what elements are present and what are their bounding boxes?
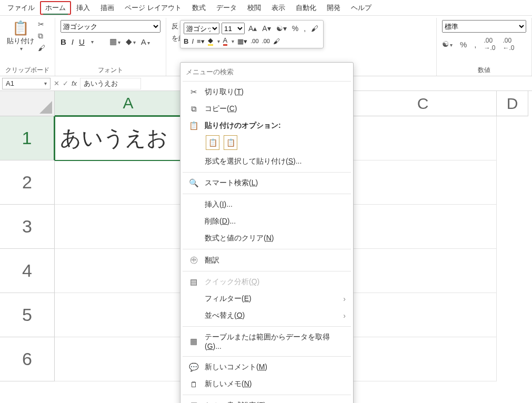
- context-menu-search[interactable]: [186, 68, 348, 76]
- cell-c3[interactable]: [349, 205, 497, 249]
- mini-fill-color[interactable]: ◆: [208, 36, 213, 46]
- select-all-corner[interactable]: [0, 91, 55, 116]
- column-header-c[interactable]: C: [349, 91, 497, 116]
- ctx-translate[interactable]: ㊥翻訳: [180, 251, 353, 269]
- ctx-new-comment[interactable]: 💬新しいコメント(M): [180, 359, 353, 376]
- copy-icon[interactable]: ⧉: [38, 32, 45, 41]
- increase-font-icon[interactable]: A▴: [247, 23, 258, 34]
- comma-mini-icon[interactable]: ,: [302, 23, 307, 34]
- menu-insert[interactable]: 挿入: [71, 1, 95, 15]
- ctx-smart-lookup[interactable]: 🔍 スマート検索(L): [180, 175, 353, 192]
- ctx-delete[interactable]: 削除(D)...: [180, 213, 353, 230]
- ctx-cut[interactable]: ✂ 切り取り(T): [180, 84, 353, 100]
- enter-icon[interactable]: ✓: [63, 79, 68, 87]
- cut-icon[interactable]: ✂: [38, 20, 45, 28]
- menu-pagelayout[interactable]: ページ レイアウト: [119, 1, 187, 15]
- mini-bold[interactable]: B: [184, 37, 188, 45]
- row-header-6[interactable]: 6: [0, 337, 55, 381]
- formula-content: あいうえお: [84, 79, 118, 88]
- comma-icon[interactable]: ,: [474, 40, 476, 49]
- row-header-4[interactable]: 4: [0, 249, 55, 293]
- search-icon: 🔍: [188, 178, 199, 188]
- cell-c5[interactable]: [349, 293, 497, 337]
- currency-mini-icon[interactable]: ☯▾: [275, 23, 288, 34]
- mini-align[interactable]: ≡▾: [197, 37, 205, 45]
- font-name-select[interactable]: 游ゴシック: [61, 20, 160, 33]
- cell-c2[interactable]: [349, 160, 497, 205]
- cancel-icon[interactable]: ✕: [54, 79, 59, 87]
- mini-italic[interactable]: I: [192, 37, 194, 45]
- ctx-format-cells[interactable]: ☰セルの書式設定(F)...: [180, 397, 353, 403]
- ctx-paste-special[interactable]: 形式を選択して貼り付け(S)...: [180, 153, 353, 170]
- ctx-new-note[interactable]: 🗒新しいメモ(N): [180, 376, 353, 392]
- ctx-get-data[interactable]: ▦テーブルまたは範囲からデータを取得(G)...: [180, 329, 353, 354]
- menu-help[interactable]: ヘルプ: [346, 1, 377, 15]
- quick-icon: ▤: [188, 277, 199, 287]
- format-painter-icon[interactable]: 🖌: [38, 44, 45, 52]
- fx-icon[interactable]: fx: [72, 79, 77, 87]
- row-header-3[interactable]: 3: [0, 205, 55, 249]
- increase-decimal-icon[interactable]: .00→.0: [484, 37, 496, 52]
- menu-view[interactable]: 表示: [266, 1, 290, 15]
- mini-font-name[interactable]: 游ゴシック: [184, 23, 219, 34]
- formula-input[interactable]: あいうえお: [80, 78, 141, 89]
- ctx-copy[interactable]: ⧉ コピー(C): [180, 100, 353, 117]
- menu-home[interactable]: ホーム: [40, 1, 71, 15]
- clipboard-icon: 📋: [12, 20, 29, 36]
- underline-button[interactable]: U: [79, 37, 85, 46]
- border-button[interactable]: ▦▾: [109, 37, 121, 46]
- row-header-5[interactable]: 5: [0, 293, 55, 337]
- menu-developer[interactable]: 開発: [322, 1, 346, 15]
- ctx-sort[interactable]: 並べ替え(O)›: [180, 307, 353, 324]
- percent-icon[interactable]: %: [460, 40, 467, 49]
- mini-border[interactable]: ▦▾: [237, 37, 247, 45]
- mini-format-painter[interactable]: 🖌: [273, 37, 280, 45]
- translate-icon: ㊥: [188, 255, 199, 265]
- copy-icon: ⧉: [188, 104, 199, 114]
- number-format-select[interactable]: 標準: [442, 20, 526, 33]
- ribbon-group-clipboard: 📋 貼り付け ▾ ✂ ⧉ 🖌 クリップボード: [0, 18, 55, 76]
- column-header-d[interactable]: D: [497, 91, 528, 116]
- row-header-1[interactable]: 1: [0, 116, 55, 160]
- ctx-clear[interactable]: 数式と値のクリア(N): [180, 230, 353, 247]
- cell-c4[interactable]: [349, 249, 497, 293]
- font-group-label: フォント: [61, 64, 160, 75]
- menu-file[interactable]: ファイル: [2, 1, 40, 15]
- menu-review[interactable]: 校閲: [242, 1, 266, 15]
- comment-icon: 💬: [188, 362, 199, 372]
- name-box-value: A1: [6, 79, 14, 87]
- clipboard-icon: 📋: [188, 121, 199, 130]
- mini-font-size[interactable]: 11: [222, 23, 245, 34]
- paste-button[interactable]: 📋 貼り付け ▾: [5, 20, 36, 52]
- decrease-font-icon[interactable]: A▾: [260, 23, 272, 34]
- paste-option-1[interactable]: 📋: [206, 135, 219, 150]
- percent-mini-icon[interactable]: %: [290, 23, 300, 34]
- mini-font-color[interactable]: A: [223, 36, 228, 46]
- format-icon: ☰: [188, 401, 199, 403]
- currency-icon[interactable]: ☯▾: [442, 39, 453, 49]
- ctx-filter[interactable]: フィルター(E)›: [180, 290, 353, 307]
- font-color-button[interactable]: A▾: [141, 37, 150, 46]
- decrease-decimal-icon[interactable]: .00←.0: [503, 37, 515, 52]
- chevron-right-icon: ›: [343, 311, 346, 320]
- cell-c6[interactable]: [349, 337, 497, 381]
- mini-inc-dec[interactable]: .00: [250, 38, 258, 44]
- format-painter-mini-icon[interactable]: 🖌: [309, 23, 320, 34]
- ctx-insert[interactable]: 挿入(I)...: [180, 196, 353, 213]
- menu-data[interactable]: データ: [211, 1, 242, 15]
- paste-label: 貼り付け: [7, 36, 34, 46]
- menu-formulas[interactable]: 数式: [187, 1, 211, 15]
- bold-button[interactable]: B: [61, 37, 66, 46]
- row-header-2[interactable]: 2: [0, 160, 55, 205]
- fill-color-button[interactable]: ◆▾: [126, 37, 136, 46]
- paste-option-2[interactable]: 📋: [224, 135, 237, 150]
- chevron-down-icon: ▾: [43, 80, 47, 86]
- number-group-label: 数値: [442, 64, 526, 75]
- name-box[interactable]: A1 ▾: [2, 78, 51, 89]
- cell-c1[interactable]: [349, 116, 497, 160]
- mini-dec-dec[interactable]: .00: [262, 38, 270, 44]
- menu-draw[interactable]: 描画: [95, 1, 119, 15]
- italic-button[interactable]: I: [72, 37, 74, 46]
- menu-automate[interactable]: 自動化: [290, 1, 322, 15]
- table-icon: ▦: [188, 337, 199, 346]
